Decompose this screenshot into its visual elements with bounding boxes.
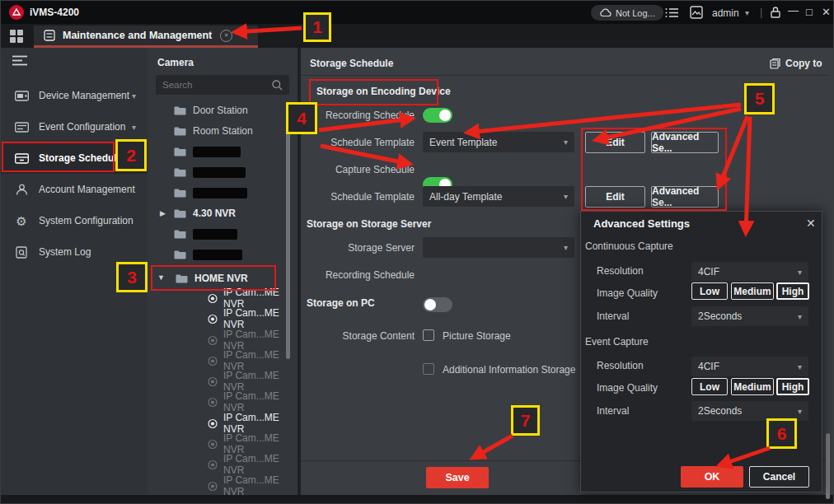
highlight-box-storage-schedule bbox=[2, 142, 115, 172]
maximize-button[interactable]: □ bbox=[806, 6, 813, 18]
ec-quality-medium-button[interactable]: Medium bbox=[731, 378, 774, 395]
sidebar-item-label: System Log bbox=[39, 246, 148, 258]
chevron-down-icon: ▾ bbox=[798, 362, 802, 371]
main-panel-scrollbar[interactable] bbox=[826, 433, 830, 499]
folder-icon bbox=[174, 188, 186, 198]
tree-item-label: Door Station bbox=[193, 105, 248, 116]
redacted-label bbox=[193, 188, 247, 198]
ec-quality-high-button[interactable]: High bbox=[776, 378, 809, 395]
camera-dome-icon bbox=[208, 356, 218, 366]
server-recording-schedule-toggle[interactable] bbox=[423, 297, 452, 312]
module-grid-icon[interactable] bbox=[9, 29, 24, 44]
tree-item-redacted[interactable] bbox=[174, 224, 289, 244]
event-configuration-icon bbox=[14, 122, 29, 133]
chevron-down-icon: ▾ bbox=[798, 312, 802, 321]
storage-content-label: Storage Content bbox=[289, 330, 415, 342]
sidebar-collapse-icon[interactable] bbox=[12, 55, 27, 66]
tree-item-camera[interactable]: IP Cam...ME NVR bbox=[208, 371, 297, 391]
dialog-close-icon[interactable]: ✕ bbox=[806, 217, 816, 230]
tree-item-430-nvr[interactable]: 4.30 NVR bbox=[174, 203, 289, 223]
camera-panel-title: Camera bbox=[157, 57, 194, 68]
tree-item-redacted[interactable] bbox=[174, 245, 289, 264]
camera-dome-icon bbox=[208, 481, 218, 492]
minimize-button[interactable]: — bbox=[788, 4, 799, 16]
user-menu[interactable]: admin bbox=[712, 7, 739, 19]
additional-info-storage-label: Additional Information Storage bbox=[443, 364, 575, 376]
tree-item-camera[interactable]: IP Cam...ME NVR bbox=[208, 330, 297, 350]
chevron-down-icon: ▾ bbox=[564, 243, 568, 252]
sidebar-item-system-configuration[interactable]: ⚙ System Configuration bbox=[1, 205, 148, 236]
tree-item-camera[interactable]: IP Cam...ME NVR bbox=[208, 413, 297, 433]
ec-quality-low-button[interactable]: Low bbox=[691, 378, 728, 395]
tab-close-icon[interactable]: ✕ bbox=[220, 30, 232, 42]
tree-item-camera[interactable]: IP Cam...ME NVR bbox=[208, 351, 297, 371]
folder-icon bbox=[174, 105, 186, 115]
search-placeholder: Search bbox=[162, 80, 192, 90]
tree-item-camera[interactable]: IP Cam...ME NVR bbox=[208, 434, 297, 454]
user-caret-icon[interactable]: ▾ bbox=[745, 8, 749, 17]
tab-maintenance-management[interactable]: Maintenance and Management ✕ bbox=[34, 26, 258, 48]
capture-template-dropdown[interactable]: All-day Template ▾ bbox=[423, 186, 574, 207]
dropdown-value: 4CIF bbox=[698, 266, 719, 278]
sidebar-item-event-configuration[interactable]: Event Configuration ▾ bbox=[1, 111, 148, 142]
section-storage-on-storage-server: Storage on Storage Server bbox=[307, 218, 431, 230]
redacted-label bbox=[193, 250, 242, 260]
cc-interval-dropdown[interactable]: 2Seconds ▾ bbox=[691, 306, 808, 326]
tree-expand-icon[interactable]: ▶ bbox=[160, 209, 166, 217]
copy-to-button[interactable]: Copy to bbox=[770, 58, 822, 69]
folder-icon bbox=[174, 250, 186, 259]
cloud-icon bbox=[599, 8, 611, 17]
tree-item-camera[interactable]: IP Cam...ME NVR bbox=[208, 309, 297, 329]
schedule-template-label: Schedule Template bbox=[289, 191, 415, 203]
highlight-box-edit-advanced bbox=[581, 128, 727, 211]
interval-label: Interval bbox=[597, 310, 629, 322]
cc-quality-high-button[interactable]: High bbox=[776, 282, 809, 300]
cancel-button[interactable]: Cancel bbox=[749, 466, 809, 488]
highlight-box-encoding-device bbox=[309, 79, 438, 105]
folder-icon bbox=[174, 208, 186, 218]
sidebar-item-label: Event Configuration bbox=[39, 121, 132, 133]
tree-item-camera[interactable]: IP Cam...ME NVR bbox=[208, 476, 297, 496]
cloud-login-button[interactable]: Not Log... bbox=[591, 5, 663, 21]
redacted-label bbox=[193, 167, 246, 178]
picture-storage-checkbox[interactable] bbox=[423, 329, 434, 341]
tree-item-door-station[interactable]: Door Station bbox=[174, 100, 289, 120]
header-divider bbox=[301, 75, 829, 76]
tree-item-redacted[interactable] bbox=[174, 162, 289, 182]
ec-resolution-dropdown[interactable]: 4CIF ▾ bbox=[691, 357, 808, 376]
cc-quality-low-button[interactable]: Low bbox=[691, 282, 728, 300]
chevron-down-icon: ▾ bbox=[798, 268, 802, 277]
tree-item-redacted[interactable] bbox=[174, 142, 289, 161]
resolution-label: Resolution bbox=[597, 265, 644, 277]
recording-schedule-toggle[interactable] bbox=[423, 108, 452, 123]
storage-server-dropdown[interactable]: ▾ bbox=[423, 237, 574, 258]
recording-template-dropdown[interactable]: Event Template ▾ bbox=[423, 132, 574, 152]
advanced-settings-dialog bbox=[580, 211, 822, 492]
task-list-icon[interactable] bbox=[665, 7, 678, 18]
tree-item-camera[interactable]: IP Cam...ME NVR bbox=[208, 392, 297, 412]
tree-item-label: IP Cam...ME NVR bbox=[223, 453, 297, 476]
sidebar-item-account-management[interactable]: Account Management bbox=[1, 174, 148, 205]
tree-item-camera[interactable]: IP Cam...ME NVR bbox=[208, 288, 297, 308]
tree-item-redacted[interactable] bbox=[174, 183, 289, 203]
sidebar-item-device-management[interactable]: Device Management ▾ bbox=[1, 80, 148, 111]
sidebar-item-label: Account Management bbox=[39, 184, 148, 195]
camera-dome-icon bbox=[208, 460, 218, 470]
tree-item-camera[interactable]: IP Cam...ME NVR bbox=[208, 455, 297, 474]
camera-search-input[interactable]: Search bbox=[156, 75, 289, 95]
account-management-icon bbox=[14, 184, 29, 196]
camera-dome-icon bbox=[208, 439, 218, 450]
media-preview-icon[interactable] bbox=[690, 6, 703, 19]
window-bottom-edge bbox=[1, 495, 834, 504]
folder-icon bbox=[174, 147, 186, 156]
additional-info-storage-checkbox[interactable] bbox=[423, 363, 434, 375]
cc-resolution-dropdown[interactable]: 4CIF ▾ bbox=[691, 262, 808, 282]
close-button[interactable]: ✕ bbox=[822, 6, 831, 18]
lock-icon[interactable] bbox=[770, 6, 781, 19]
tree-item-room-station[interactable]: Room Station bbox=[174, 121, 289, 141]
save-button[interactable]: Save bbox=[426, 467, 489, 488]
cc-quality-medium-button[interactable]: Medium bbox=[731, 282, 774, 300]
chevron-down-icon: ▾ bbox=[132, 91, 136, 100]
ok-button[interactable]: OK bbox=[681, 466, 743, 488]
annotation-step-4: 4 bbox=[286, 102, 317, 134]
